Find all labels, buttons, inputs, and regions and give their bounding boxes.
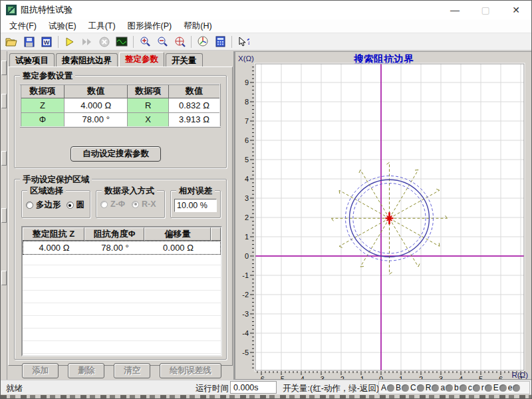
zone-list-header: 整定阻抗 Z 阻抗角度Φ 偏移量 <box>23 227 221 241</box>
menu-tools[interactable]: 工具(T) <box>82 19 122 33</box>
led-dot-icon <box>473 384 480 392</box>
zone-angle-cell: 78.00 ° <box>85 241 145 254</box>
radio-label: R-X <box>142 200 156 209</box>
impedance-plot[interactable]: -6-5-4-3-2-101234567-5-4-3-2-10123456789 <box>235 52 532 379</box>
dock-handle[interactable] <box>1 61 7 75</box>
tab-switches[interactable]: 开关量 <box>166 53 203 66</box>
radio-circle-icon <box>26 201 33 209</box>
clear-button[interactable]: 清空 <box>114 363 150 378</box>
docked-toolbar-strip <box>1 51 7 380</box>
menu-file[interactable]: 文件(F) <box>3 19 43 33</box>
col-header: 偏移量 <box>144 227 211 241</box>
param-value-cell[interactable]: 78.00 ° <box>64 112 127 127</box>
svg-text:1: 1 <box>245 233 249 241</box>
stop-icon[interactable] <box>96 35 113 49</box>
setting-params-table: 数据项 数值 数据项 数值 Z 4.000 Ω R 0.832 Ω Φ 78.0… <box>20 84 221 128</box>
manual-zone-group-title: 手动设定保护区域 <box>20 174 92 186</box>
zone-list[interactable]: 整定阻抗 Z 阻抗角度Φ 偏移量 4.000 Ω 78.00 ° 0.000 Ω <box>21 226 222 356</box>
tab-setting-params[interactable]: 整定参数 <box>119 52 164 66</box>
zoom-reset-icon[interactable] <box>171 35 188 49</box>
led-C: C <box>410 383 424 392</box>
add-button[interactable]: 添加 <box>22 363 59 378</box>
tab-test-items[interactable]: 试验项目 <box>9 53 55 66</box>
minimize-button[interactable]: — <box>440 1 470 19</box>
zoom-out-icon[interactable] <box>154 35 171 49</box>
menu-test[interactable]: 试验(E) <box>43 19 82 33</box>
relative-error-input[interactable]: 10.00 % <box>174 199 217 212</box>
svg-text:3: 3 <box>245 194 249 202</box>
start-test-icon[interactable] <box>61 35 78 49</box>
col-header: 数据项 <box>21 84 64 98</box>
radio-polygon[interactable]: 多边形 <box>26 200 61 211</box>
led-dot-icon <box>460 384 467 392</box>
continue-icon[interactable] <box>78 35 96 49</box>
dock-handle[interactable] <box>1 151 7 166</box>
svg-text:-6: -6 <box>258 375 265 379</box>
param-value-cell[interactable]: 4.000 Ω <box>64 98 127 112</box>
svg-text:6: 6 <box>499 375 503 379</box>
radio-circle[interactable]: 圆 <box>66 200 85 211</box>
dock-handle[interactable] <box>1 94 7 108</box>
svg-text:-3: -3 <box>242 310 249 318</box>
window-title: 阻抗特性试验 <box>21 4 72 16</box>
menu-graph-ops[interactable]: 图形操作(P) <box>122 19 178 33</box>
toolbar: W ? <box>1 33 531 51</box>
close-button[interactable]: ✕ <box>501 1 531 19</box>
param-name-cell: X <box>128 112 169 127</box>
title-bar: 阻抗特性试验 — ▢ ✕ <box>1 1 531 19</box>
svg-text:?: ? <box>247 37 249 47</box>
maximize-button[interactable]: ▢ <box>470 1 501 19</box>
svg-text:1: 1 <box>399 375 403 379</box>
radio-circle-icon <box>132 201 139 208</box>
waveform-icon[interactable] <box>113 35 130 49</box>
radio-circle-icon <box>66 201 74 209</box>
led-dot-icon <box>387 384 394 392</box>
radio-label: 多边形 <box>36 200 61 211</box>
param-value-cell[interactable]: 3.913 Ω <box>168 112 220 127</box>
led-R: R <box>426 383 440 392</box>
table-row[interactable]: Z 4.000 Ω R 0.832 Ω <box>21 98 220 112</box>
auto-set-search-params-button[interactable]: 自动设定搜索参数 <box>70 146 161 162</box>
dock-handle[interactable] <box>1 208 7 223</box>
entry-mode-title: 数据录入方式 <box>102 186 157 197</box>
col-header: 数据项 <box>128 84 169 98</box>
led-E: E <box>493 383 507 392</box>
svg-text:4: 4 <box>459 375 463 379</box>
zone-list-row[interactable]: 4.000 Ω 78.00 ° 0.000 Ω <box>23 241 221 255</box>
tab-search-boundary[interactable]: 搜索阻抗边界 <box>56 53 118 66</box>
led-dot-icon <box>432 384 439 392</box>
open-icon[interactable] <box>3 35 21 49</box>
led-B: B <box>396 383 409 392</box>
export-word-icon[interactable]: W <box>38 35 55 49</box>
param-value-cell[interactable]: 0.832 Ω <box>168 98 220 112</box>
svg-text:7: 7 <box>245 117 249 125</box>
phasor-icon[interactable] <box>194 35 211 49</box>
zoom-in-icon[interactable] <box>136 35 154 49</box>
menu-help[interactable]: 帮助(H) <box>178 19 217 33</box>
save-icon[interactable] <box>21 35 38 49</box>
svg-text:4: 4 <box>245 175 249 183</box>
draw-error-line-button[interactable]: 绘制误差线 <box>160 363 221 378</box>
svg-text:-4: -4 <box>242 329 249 337</box>
delete-button[interactable]: 删除 <box>68 363 104 378</box>
led-a: a <box>440 383 453 392</box>
svg-text:W: W <box>44 39 50 46</box>
led-dot-icon <box>402 384 409 392</box>
setting-params-group: 整定参数设置 数据项 数值 数据项 数值 Z 4.000 Ω R 0.832 Ω <box>14 75 227 168</box>
svg-text:2: 2 <box>419 375 423 379</box>
relative-error-group: 相对误差 10.00 % <box>170 190 221 218</box>
led-r: r <box>481 383 492 392</box>
svg-text:6: 6 <box>245 136 249 144</box>
tab-bar: 试验项目 搜索阻抗边界 整定参数 开关量 <box>9 53 204 66</box>
zone-select-title: 区域选择 <box>27 186 66 197</box>
table-row[interactable]: Φ 78.00 ° X 3.913 Ω <box>21 112 220 127</box>
led-dot-icon <box>417 384 424 392</box>
dock-handle[interactable] <box>1 271 7 285</box>
radio-label: Z-Φ <box>110 200 125 209</box>
calculator-icon[interactable] <box>211 35 229 49</box>
clipped-text-row <box>1 395 532 399</box>
led-e: e <box>508 383 521 392</box>
zone-z-cell: 4.000 Ω <box>23 241 85 254</box>
context-help-icon[interactable]: ? <box>235 35 252 49</box>
led-dot-icon <box>499 384 507 392</box>
